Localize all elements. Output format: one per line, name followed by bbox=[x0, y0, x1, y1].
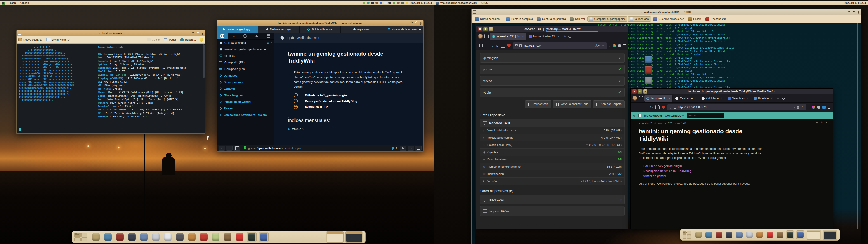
pocket-icon[interactable] bbox=[618, 44, 621, 47]
back-icon[interactable]: ← bbox=[485, 44, 488, 48]
phone-tray-icon[interactable] bbox=[388, 2, 391, 4]
minimize-button[interactable] bbox=[848, 11, 850, 13]
globe-docs-icon[interactable] bbox=[139, 232, 149, 242]
bookmark-item[interactable]: twmini: un gemlog gestionado de ★⌂ bbox=[217, 46, 274, 53]
pin-button[interactable] bbox=[858, 11, 859, 13]
tab-list-chevron-icon[interactable] bbox=[568, 35, 571, 38]
sidebar-icon[interactable] bbox=[633, 105, 637, 109]
document-icon[interactable] bbox=[638, 114, 641, 117]
external-link[interactable]: twmini en HTTP bbox=[293, 104, 405, 110]
tiddler-link[interactable]: GitHub de tw5-gemini-plugin bbox=[639, 163, 765, 168]
syncthing-action-button[interactable]: Volver a analizar Todo bbox=[553, 100, 591, 108]
krdc-toolbar-button[interactable]: Solo ver bbox=[568, 17, 587, 22]
firefox-titlebar[interactable]: twmini — Un gemlog gestionado desde Tidd… bbox=[631, 89, 833, 94]
dock-camera-icon[interactable] bbox=[645, 56, 652, 63]
reader-icon[interactable]: ◔ bbox=[793, 106, 795, 109]
browser-tab[interactable]: Search an bbox=[725, 95, 751, 102]
strawberry-icon[interactable] bbox=[235, 232, 245, 242]
new-tab-button[interactable] bbox=[776, 96, 780, 100]
bookmark-item[interactable]: BBS ★⌂ bbox=[217, 53, 274, 59]
dock-grey-app-icon[interactable] bbox=[645, 77, 652, 84]
egg-icon[interactable] bbox=[200, 38, 203, 41]
konsole-app-icon[interactable] bbox=[2, 2, 5, 4]
container-tabs-icon[interactable] bbox=[484, 34, 489, 38]
palette-icon[interactable] bbox=[211, 232, 221, 242]
window-preview-thumbnail[interactable] bbox=[823, 230, 837, 240]
identities-tab-icon[interactable] bbox=[251, 33, 263, 39]
box-tray-icon[interactable] bbox=[397, 2, 400, 4]
gemini-link[interactable]: 2025-10 bbox=[288, 127, 405, 131]
pocket-icon[interactable] bbox=[817, 106, 820, 109]
konsole-titlebar[interactable]: ~ : bash — Konsole bbox=[17, 30, 205, 36]
forward-icon[interactable]: → bbox=[645, 105, 648, 109]
copy-button[interactable]: Copiar bbox=[147, 38, 160, 41]
terminal-icon[interactable] bbox=[786, 231, 794, 239]
outline-tab-icon[interactable] bbox=[262, 33, 274, 39]
Inspiron 640m[interactable]: Inspiron 640m bbox=[480, 206, 625, 216]
sidebar-toggle-button[interactable] bbox=[234, 146, 240, 151]
theme-palette-icon[interactable] bbox=[613, 44, 616, 47]
binoculars-tray-icon[interactable] bbox=[367, 2, 370, 4]
browser-tab[interactable]: Hide title bbox=[752, 95, 775, 102]
krdc-toolbar-button[interactable]: Pantalla completa bbox=[504, 17, 534, 22]
downloads-icon[interactable] bbox=[609, 44, 611, 47]
maximize-button[interactable] bbox=[483, 27, 488, 31]
terminal-area[interactable]: .',;::::;,'. .';:cccccccccccc:;,. .;cccc… bbox=[17, 43, 205, 133]
bluetooth-tray-icon[interactable] bbox=[380, 2, 382, 4]
new-tab-button[interactable] bbox=[563, 34, 567, 38]
maximize-button[interactable] bbox=[196, 32, 199, 35]
remote-desktop-view[interactable]: syncer-server-filesystem: Dispatching 's… bbox=[471, 23, 861, 244]
reload-icon[interactable]: ↻ bbox=[496, 44, 498, 48]
clipboard-icon[interactable] bbox=[163, 232, 173, 242]
tiddler-link[interactable]: Descripción de twl en mi TiddlyBlog bbox=[639, 168, 765, 173]
penguin-tray-icon[interactable] bbox=[371, 2, 374, 4]
dock-red-app-icon[interactable] bbox=[645, 66, 652, 74]
back-icon[interactable]: ← bbox=[639, 105, 643, 109]
fridge-tray-icon[interactable] bbox=[384, 2, 387, 4]
bookmark-item[interactable]: Selecciones noviembre - diciem ★⌂ bbox=[217, 112, 274, 118]
strawberry-icon[interactable] bbox=[765, 231, 774, 239]
maximize-button[interactable] bbox=[852, 11, 855, 13]
toolbox-icon[interactable] bbox=[694, 231, 703, 239]
tracking-shield-icon[interactable] bbox=[515, 44, 518, 47]
viewmaster-icon[interactable] bbox=[199, 232, 209, 242]
history-tab-icon[interactable] bbox=[240, 33, 251, 39]
browser-tab[interactable]: Can't acce bbox=[673, 95, 699, 102]
bookmark-item[interactable]: Utilidades ★⌂ bbox=[217, 72, 274, 79]
firefox-titlebar[interactable]: leonardo-T430 | Syncthing — Mozilla Fire… bbox=[476, 26, 628, 32]
browser-tab[interactable]: twmini — Un bbox=[645, 95, 673, 102]
forward-icon[interactable]: → bbox=[490, 44, 493, 48]
pencil-icon[interactable] bbox=[187, 232, 197, 242]
close-tab-icon[interactable] bbox=[721, 97, 723, 100]
minimize-button[interactable] bbox=[643, 89, 647, 94]
toolbox-icon[interactable] bbox=[91, 232, 101, 242]
identity-button[interactable] bbox=[400, 146, 406, 151]
contents-menu[interactable]: Contenidos bbox=[665, 114, 684, 117]
bookmarks-tab-icon[interactable] bbox=[217, 33, 228, 39]
app-menu-icon[interactable] bbox=[828, 106, 831, 109]
forward-button[interactable] bbox=[226, 146, 232, 151]
cabinet-penguin-icon[interactable] bbox=[223, 232, 232, 242]
gemlogssh[interactable]: gemlogssh ✔ bbox=[480, 53, 625, 63]
page-info-icon[interactable] bbox=[674, 106, 676, 109]
bookmark-item[interactable]: Otras lenguas ★⌂ bbox=[217, 92, 274, 98]
split-view-button[interactable]: Dividir vista bbox=[46, 38, 69, 41]
reload-icon[interactable]: ↻ bbox=[650, 105, 653, 109]
close-tiddler-icon[interactable]: ✕ bbox=[826, 121, 828, 124]
bookmark-item[interactable]: Guie @ Welhaba ★⌂ bbox=[217, 39, 274, 46]
browser-tab[interactable]: leonardo-T430 | Sy bbox=[490, 33, 526, 40]
bookmark-item[interactable]: Gemipedia (EN) ★⌂ bbox=[217, 66, 274, 72]
edit-icon[interactable]: ✎ bbox=[820, 121, 823, 124]
pin-button[interactable] bbox=[202, 33, 203, 34]
maximize-button[interactable] bbox=[415, 22, 418, 24]
find-button[interactable]: Buscar... bbox=[180, 38, 196, 41]
videos[interactable]: videos ✔ bbox=[480, 76, 625, 86]
bookmark-item[interactable]: Suscripciones ★⌂ bbox=[217, 79, 274, 85]
close-tab-icon[interactable] bbox=[771, 97, 773, 100]
squirrel-tray-icon[interactable] bbox=[375, 2, 378, 4]
close-tab-icon[interactable] bbox=[747, 97, 749, 100]
fox-icon[interactable] bbox=[715, 231, 723, 239]
egg-tray-icon[interactable] bbox=[405, 2, 408, 4]
funnel-tray-icon[interactable] bbox=[401, 2, 404, 4]
external-link[interactable]: Github de tw5_gemini-plugin bbox=[293, 92, 405, 98]
